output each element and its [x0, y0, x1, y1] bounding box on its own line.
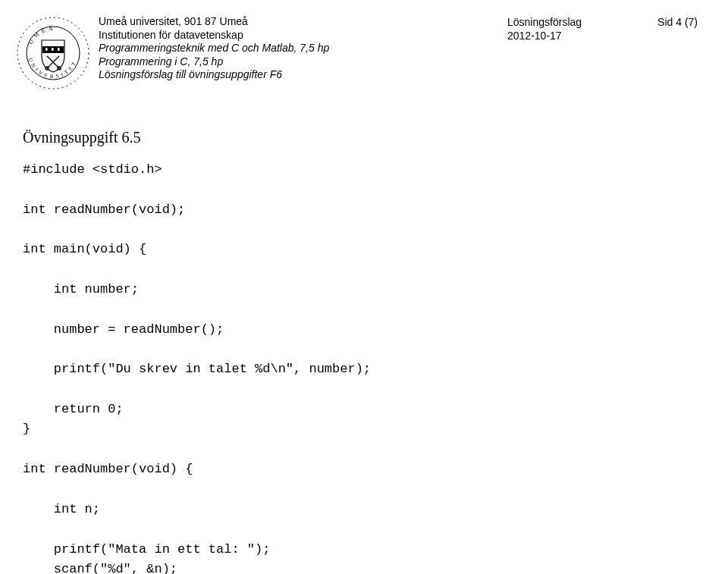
header-right-block: Lösningsförslag 2012-10-17 Sid 4 (7) [507, 15, 698, 42]
right-title: Lösningsförslag [507, 15, 582, 29]
code-line: int main(void) { [23, 242, 146, 256]
code-line: int readNumber(void) { [23, 462, 193, 476]
university-logo: U M E Å U N I V E R S I T E T [15, 15, 91, 91]
code-line: #include <stdio.h> [23, 162, 162, 177]
university-line: Umeå universitet, 901 87 Umeå [99, 15, 329, 29]
code-line: number = readNumber(); [23, 322, 224, 337]
course2-line: Programmering i C, 7,5 hp [99, 55, 329, 69]
course1-line: Programmeringsteknik med C och Matlab, 7… [99, 42, 329, 55]
code-block: #include <stdio.h> int readNumber(void);… [23, 160, 698, 574]
code-line: int n; [23, 502, 100, 516]
code-line: } [23, 422, 30, 436]
department-line: Institutionen för datavetenskap [99, 29, 329, 42]
docline: Lösningsförslag till övningsuppgifter F6 [99, 68, 329, 82]
right-date: 2012-10-17 [507, 29, 582, 42]
content-area: Övningsuppgift 6.5 #include <stdio.h> in… [23, 129, 698, 574]
code-line: printf("Mata in ett tal: "); [23, 542, 270, 557]
header-text-block: Umeå universitet, 901 87 Umeå Institutio… [99, 15, 329, 82]
page-header: U M E Å U N I V E R S I T E T [15, 15, 698, 91]
exercise-title: Övningsuppgift 6.5 [23, 129, 698, 146]
code-line: return 0; [23, 402, 124, 416]
code-line: printf("Du skrev in talet %d\n", number)… [23, 362, 371, 376]
code-line: scanf("%d", &n); [23, 562, 177, 574]
code-line: int readNumber(void); [23, 202, 185, 217]
page-number: Sid 4 (7) [657, 15, 698, 29]
code-line: int number; [23, 282, 139, 296]
